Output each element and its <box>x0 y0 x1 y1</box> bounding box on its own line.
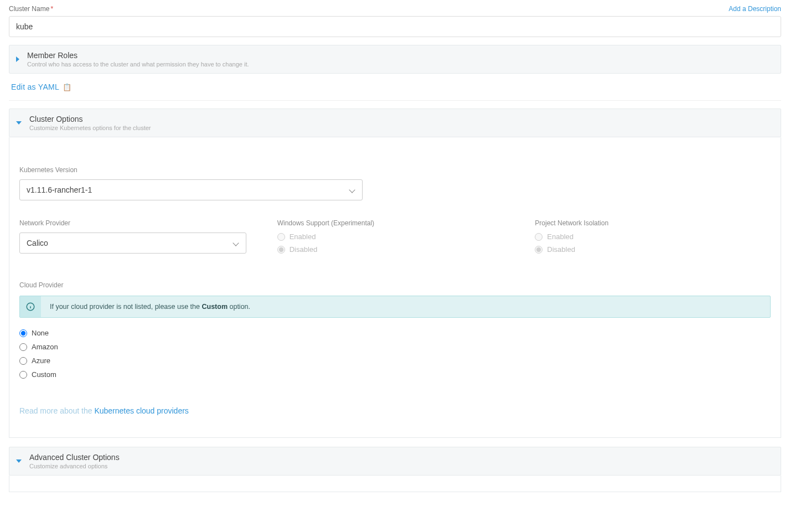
read-more-text: Read more about the Kubernetes cloud pro… <box>19 406 771 415</box>
cloud-provider-info-banner: If your cloud provider is not listed, pl… <box>19 296 771 318</box>
pni-label: Project Network Isolation <box>535 219 771 227</box>
caret-down-icon <box>16 121 22 125</box>
pni-disabled-radio[interactable]: Disabled <box>535 245 771 254</box>
chevron-down-icon <box>233 240 239 246</box>
network-provider-label: Network Provider <box>19 219 255 227</box>
cluster-options-body: Kubernetes Version v1.11.6-rancher1-1 Ne… <box>9 137 781 438</box>
windows-support-label: Windows Support (Experimental) <box>277 219 513 227</box>
pni-enabled-radio[interactable]: Enabled <box>535 233 771 241</box>
advanced-subtitle: Customize advanced options <box>29 463 120 469</box>
info-icon <box>20 296 41 317</box>
cluster-options-title: Cluster Options <box>29 115 151 123</box>
clipboard-icon <box>63 82 71 91</box>
chevron-down-icon <box>349 187 355 193</box>
advanced-title: Advanced Cluster Options <box>29 453 120 462</box>
advanced-body <box>9 476 781 492</box>
cloud-none-radio[interactable]: None <box>19 329 771 337</box>
member-roles-panel[interactable]: Member Roles Control who has access to t… <box>9 45 781 74</box>
cloud-azure-radio[interactable]: Azure <box>19 357 771 365</box>
caret-down-icon <box>16 459 22 463</box>
cluster-options-subtitle: Customize Kubernetes options for the clu… <box>29 125 151 131</box>
cluster-name-input[interactable] <box>9 16 781 37</box>
k8s-version-select[interactable]: v1.11.6-rancher1-1 <box>19 179 363 200</box>
k8s-cloud-providers-link[interactable]: Kubernetes cloud providers <box>94 406 188 415</box>
member-roles-title: Member Roles <box>27 51 249 60</box>
cloud-amazon-radio[interactable]: Amazon <box>19 343 771 351</box>
advanced-cluster-options-panel[interactable]: Advanced Cluster Options Customize advan… <box>9 447 781 476</box>
member-roles-subtitle: Control who has access to the cluster an… <box>27 61 249 68</box>
cloud-custom-radio[interactable]: Custom <box>19 370 771 379</box>
edit-as-yaml-link[interactable]: Edit as YAML <box>11 82 71 91</box>
windows-disabled-radio[interactable]: Disabled <box>277 245 513 254</box>
windows-enabled-radio[interactable]: Enabled <box>277 233 513 241</box>
cluster-name-label: Cluster Name* <box>9 4 53 13</box>
caret-right-icon <box>16 56 19 62</box>
add-description-link[interactable]: Add a Description <box>729 5 781 13</box>
network-provider-select[interactable]: Calico <box>19 233 246 254</box>
cluster-options-panel[interactable]: Cluster Options Customize Kubernetes opt… <box>9 109 781 137</box>
cloud-provider-label: Cloud Provider <box>19 281 771 289</box>
k8s-version-label: Kubernetes Version <box>19 166 771 174</box>
